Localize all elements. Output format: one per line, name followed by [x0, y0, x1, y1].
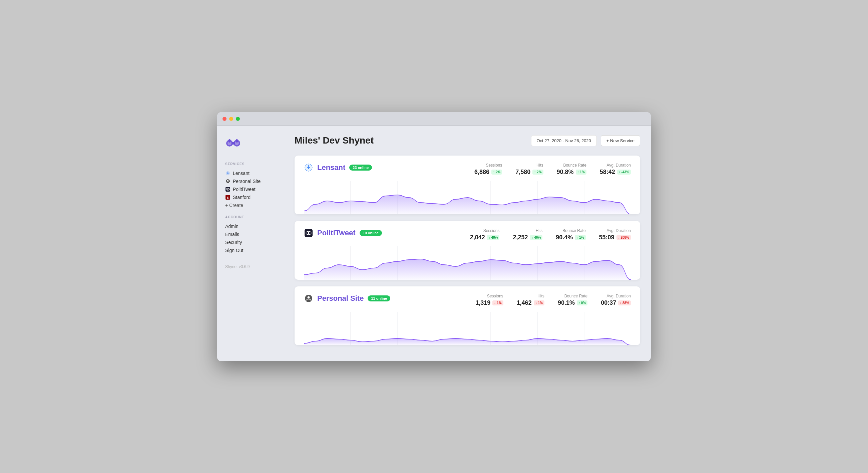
maximize-button[interactable]: [236, 117, 240, 121]
duration-label: Avg. Duration: [601, 294, 631, 298]
stat-hits-0: Hits 7,580 ↑ 2%: [516, 163, 543, 176]
bounce-badge: ↑ 0%: [577, 300, 587, 305]
services-section-label: SERVICES: [225, 162, 276, 166]
service-title-0: Lensant: [317, 163, 345, 172]
stat-hits-2: Hits 1,462 ↓ 1%: [517, 294, 545, 306]
duration-badge: ↓ 88%: [618, 300, 631, 305]
card-top: PolitiTweet 10 online Sessions 2,042 ↑ 4…: [304, 228, 631, 241]
chart-svg-2: [304, 312, 631, 345]
sidebar-item-polititweet[interactable]: PolitiTweet: [225, 185, 276, 193]
duration-value: 58:42: [600, 169, 615, 176]
sidebar-create-button[interactable]: + Create: [225, 201, 276, 209]
app-version: Shynet v0.6.9: [225, 264, 276, 269]
close-button[interactable]: [222, 117, 226, 121]
sidebar-item-emails[interactable]: Emails: [225, 230, 276, 238]
minimize-button[interactable]: [229, 117, 233, 121]
hits-badge: ↓ 1%: [534, 300, 545, 305]
hits-value-row: 2,252 ↑ 46%: [513, 234, 542, 241]
chart-svg-1: [304, 246, 631, 280]
hits-label: Hits: [513, 228, 542, 233]
hits-value-row: 1,462 ↓ 1%: [517, 299, 545, 306]
sessions-badge: ↑ 2%: [491, 170, 502, 175]
main-header: Miles' Dev Shynet Oct 27, 2020 - Nov 26,…: [294, 135, 640, 146]
hits-label: Hits: [517, 294, 545, 298]
sidebar-item-security[interactable]: Security: [225, 238, 276, 246]
svg-point-17: [308, 165, 309, 166]
bounce-value: 90.8%: [557, 169, 574, 176]
sessions-label: Sessions: [470, 228, 500, 233]
main-content: Miles' Dev Shynet Oct 27, 2020 - Nov 26,…: [284, 126, 651, 361]
svg-rect-6: [236, 139, 238, 143]
new-service-button[interactable]: + New Service: [601, 135, 640, 146]
service-card-lensant[interactable]: Lensant 23 online Sessions 6,886 ↑ 2% Hi…: [294, 155, 640, 214]
bounce-value-row: 90.1% ↑ 0%: [558, 299, 587, 306]
service-icon-0: [304, 163, 313, 172]
bounce-label: Bounce Rate: [558, 294, 587, 298]
bounce-label: Bounce Rate: [557, 163, 586, 168]
sidebar-item-signout[interactable]: Sign Out: [225, 246, 276, 254]
stat-sessions-1: Sessions 2,042 ↑ 48%: [470, 228, 500, 241]
sidebar-item-lensant[interactable]: Lensant: [225, 169, 276, 177]
stat-bounce-0: Bounce Rate 90.8% ↑ 1%: [557, 163, 586, 176]
chart-area-0: [304, 181, 631, 214]
online-badge-2: 11 online: [368, 295, 390, 301]
stat-duration-2: Avg. Duration 00:37 ↓ 88%: [601, 294, 631, 306]
page-title: Miles' Dev Shynet: [294, 135, 374, 146]
stat-duration-1: Avg. Duration 55:09 ↓ 208%: [599, 228, 631, 241]
stats-row-1: Sessions 2,042 ↑ 48% Hits 2,252 ↑ 46% Bo…: [470, 228, 631, 241]
svg-point-26: [308, 232, 310, 234]
sidebar-stanford-label: Stanford: [233, 195, 250, 200]
personal-site-icon: [225, 179, 230, 184]
account-section-label: ACCOUNT: [225, 215, 276, 219]
bounce-label: Bounce Rate: [556, 228, 585, 233]
bounce-badge: ↑ 1%: [575, 235, 585, 240]
stanford-icon: S: [225, 195, 230, 200]
svg-point-8: [227, 172, 228, 172]
chart-area-2: [304, 312, 631, 345]
sidebar-item-personal-site[interactable]: Personal Site: [225, 177, 276, 185]
sidebar-lensant-label: Lensant: [233, 171, 250, 176]
sessions-label: Sessions: [475, 294, 503, 298]
bounce-value: 90.1%: [558, 299, 575, 306]
svg-text:S: S: [227, 196, 229, 199]
bounce-value-row: 90.8% ↑ 1%: [557, 169, 586, 176]
sidebar-polititweet-label: PolitiTweet: [233, 186, 255, 192]
hits-label: Hits: [516, 163, 543, 168]
service-cards-container: Lensant 23 online Sessions 6,886 ↑ 2% Hi…: [294, 155, 640, 345]
bounce-value-row: 90.4% ↑ 1%: [556, 234, 585, 241]
lensant-icon: [225, 171, 230, 176]
service-icon-2: [304, 294, 313, 303]
sessions-value: 6,886: [474, 169, 489, 176]
sessions-value: 2,042: [470, 234, 485, 241]
bounce-value: 90.4%: [556, 234, 573, 241]
sidebar-personal-site-label: Personal Site: [233, 179, 260, 184]
service-card-personal-site[interactable]: Personal Site 11 online Sessions 1,319 ↓…: [294, 287, 640, 345]
card-top: Lensant 23 online Sessions 6,886 ↑ 2% Hi…: [304, 163, 631, 176]
sessions-value-row: 1,319 ↓ 1%: [475, 299, 503, 306]
svg-point-13: [227, 188, 228, 189]
sessions-badge: ↓ 1%: [492, 300, 503, 305]
stat-bounce-1: Bounce Rate 90.4% ↑ 1%: [556, 228, 585, 241]
online-badge-1: 10 online: [360, 230, 382, 236]
duration-badge: ↓ -43%: [617, 170, 631, 175]
online-badge-0: 23 online: [349, 165, 372, 171]
sessions-value-row: 2,042 ↑ 48%: [470, 234, 500, 241]
hits-value: 7,580: [516, 169, 530, 176]
service-card-polititweet[interactable]: PolitiTweet 10 online Sessions 2,042 ↑ 4…: [294, 221, 640, 280]
chart-svg-0: [304, 181, 631, 214]
sidebar-item-admin[interactable]: Admin: [225, 222, 276, 230]
sessions-label: Sessions: [474, 163, 502, 168]
duration-label: Avg. Duration: [600, 163, 631, 168]
bounce-badge: ↑ 1%: [576, 170, 586, 175]
duration-value: 55:09: [599, 234, 615, 241]
service-title-1: PolitiTweet: [317, 229, 355, 237]
card-top: Personal Site 11 online Sessions 1,319 ↓…: [304, 294, 631, 306]
sidebar-item-stanford[interactable]: S Stanford: [225, 193, 276, 201]
polititweet-icon: [225, 186, 230, 192]
stats-row-2: Sessions 1,319 ↓ 1% Hits 1,462 ↓ 1% Boun…: [475, 294, 631, 306]
stat-sessions-2: Sessions 1,319 ↓ 1%: [475, 294, 503, 306]
date-range-picker[interactable]: Oct 27, 2020 - Nov 26, 2020: [531, 135, 597, 146]
hits-value: 2,252: [513, 234, 528, 241]
duration-label: Avg. Duration: [599, 228, 631, 233]
duration-value-row: 55:09 ↓ 208%: [599, 234, 631, 241]
